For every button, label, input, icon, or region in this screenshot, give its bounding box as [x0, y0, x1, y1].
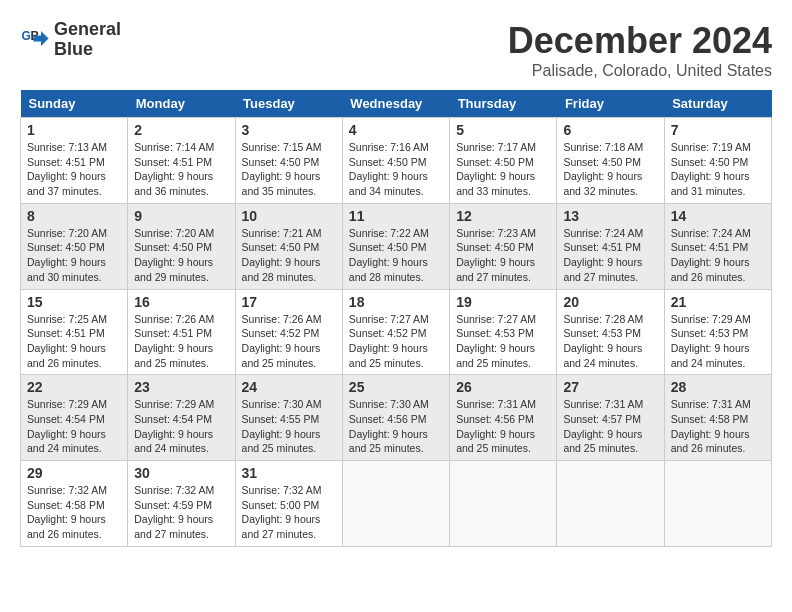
logo-line1: General: [54, 20, 121, 40]
calendar-cell: 10Sunrise: 7:21 AM Sunset: 4:50 PM Dayli…: [235, 203, 342, 289]
calendar-cell: 17Sunrise: 7:26 AM Sunset: 4:52 PM Dayli…: [235, 289, 342, 375]
main-title: December 2024: [508, 20, 772, 62]
day-info: Sunrise: 7:20 AM Sunset: 4:50 PM Dayligh…: [134, 226, 228, 285]
day-number: 20: [563, 294, 657, 310]
day-number: 17: [242, 294, 336, 310]
day-info: Sunrise: 7:24 AM Sunset: 4:51 PM Dayligh…: [563, 226, 657, 285]
day-number: 21: [671, 294, 765, 310]
day-number: 15: [27, 294, 121, 310]
day-number: 9: [134, 208, 228, 224]
weekday-header-thursday: Thursday: [450, 90, 557, 118]
calendar: SundayMondayTuesdayWednesdayThursdayFrid…: [20, 90, 772, 547]
calendar-cell: 18Sunrise: 7:27 AM Sunset: 4:52 PM Dayli…: [342, 289, 449, 375]
day-number: 30: [134, 465, 228, 481]
day-info: Sunrise: 7:26 AM Sunset: 4:51 PM Dayligh…: [134, 312, 228, 371]
day-info: Sunrise: 7:24 AM Sunset: 4:51 PM Dayligh…: [671, 226, 765, 285]
day-number: 2: [134, 122, 228, 138]
calendar-cell: 30Sunrise: 7:32 AM Sunset: 4:59 PM Dayli…: [128, 461, 235, 547]
calendar-cell: 6Sunrise: 7:18 AM Sunset: 4:50 PM Daylig…: [557, 118, 664, 204]
calendar-cell: 13Sunrise: 7:24 AM Sunset: 4:51 PM Dayli…: [557, 203, 664, 289]
calendar-week-1: 1Sunrise: 7:13 AM Sunset: 4:51 PM Daylig…: [21, 118, 772, 204]
weekday-header-sunday: Sunday: [21, 90, 128, 118]
calendar-cell: 15Sunrise: 7:25 AM Sunset: 4:51 PM Dayli…: [21, 289, 128, 375]
day-info: Sunrise: 7:22 AM Sunset: 4:50 PM Dayligh…: [349, 226, 443, 285]
calendar-cell: 3Sunrise: 7:15 AM Sunset: 4:50 PM Daylig…: [235, 118, 342, 204]
subtitle: Palisade, Colorado, United States: [508, 62, 772, 80]
day-number: 12: [456, 208, 550, 224]
day-info: Sunrise: 7:31 AM Sunset: 4:58 PM Dayligh…: [671, 397, 765, 456]
calendar-cell: [450, 461, 557, 547]
calendar-cell: 23Sunrise: 7:29 AM Sunset: 4:54 PM Dayli…: [128, 375, 235, 461]
calendar-cell: 21Sunrise: 7:29 AM Sunset: 4:53 PM Dayli…: [664, 289, 771, 375]
day-number: 3: [242, 122, 336, 138]
day-number: 5: [456, 122, 550, 138]
day-number: 8: [27, 208, 121, 224]
day-number: 16: [134, 294, 228, 310]
calendar-cell: 1Sunrise: 7:13 AM Sunset: 4:51 PM Daylig…: [21, 118, 128, 204]
day-info: Sunrise: 7:27 AM Sunset: 4:52 PM Dayligh…: [349, 312, 443, 371]
day-number: 28: [671, 379, 765, 395]
calendar-cell: [342, 461, 449, 547]
calendar-week-2: 8Sunrise: 7:20 AM Sunset: 4:50 PM Daylig…: [21, 203, 772, 289]
day-info: Sunrise: 7:25 AM Sunset: 4:51 PM Dayligh…: [27, 312, 121, 371]
day-info: Sunrise: 7:26 AM Sunset: 4:52 PM Dayligh…: [242, 312, 336, 371]
page-header: G B General Blue December 2024 Palisade,…: [20, 20, 772, 80]
day-number: 11: [349, 208, 443, 224]
day-number: 24: [242, 379, 336, 395]
calendar-cell: 5Sunrise: 7:17 AM Sunset: 4:50 PM Daylig…: [450, 118, 557, 204]
calendar-cell: 9Sunrise: 7:20 AM Sunset: 4:50 PM Daylig…: [128, 203, 235, 289]
calendar-cell: 11Sunrise: 7:22 AM Sunset: 4:50 PM Dayli…: [342, 203, 449, 289]
calendar-cell: 25Sunrise: 7:30 AM Sunset: 4:56 PM Dayli…: [342, 375, 449, 461]
title-section: December 2024 Palisade, Colorado, United…: [508, 20, 772, 80]
day-number: 10: [242, 208, 336, 224]
day-number: 18: [349, 294, 443, 310]
day-info: Sunrise: 7:32 AM Sunset: 5:00 PM Dayligh…: [242, 483, 336, 542]
day-info: Sunrise: 7:30 AM Sunset: 4:55 PM Dayligh…: [242, 397, 336, 456]
day-number: 31: [242, 465, 336, 481]
logo-icon: G B: [20, 25, 50, 55]
day-number: 6: [563, 122, 657, 138]
svg-text:G: G: [22, 29, 31, 43]
day-info: Sunrise: 7:15 AM Sunset: 4:50 PM Dayligh…: [242, 140, 336, 199]
weekday-header-monday: Monday: [128, 90, 235, 118]
day-info: Sunrise: 7:18 AM Sunset: 4:50 PM Dayligh…: [563, 140, 657, 199]
day-info: Sunrise: 7:16 AM Sunset: 4:50 PM Dayligh…: [349, 140, 443, 199]
day-number: 13: [563, 208, 657, 224]
day-info: Sunrise: 7:21 AM Sunset: 4:50 PM Dayligh…: [242, 226, 336, 285]
calendar-cell: 14Sunrise: 7:24 AM Sunset: 4:51 PM Dayli…: [664, 203, 771, 289]
calendar-cell: 16Sunrise: 7:26 AM Sunset: 4:51 PM Dayli…: [128, 289, 235, 375]
logo: G B General Blue: [20, 20, 121, 60]
day-number: 26: [456, 379, 550, 395]
calendar-cell: 20Sunrise: 7:28 AM Sunset: 4:53 PM Dayli…: [557, 289, 664, 375]
day-info: Sunrise: 7:31 AM Sunset: 4:57 PM Dayligh…: [563, 397, 657, 456]
calendar-week-4: 22Sunrise: 7:29 AM Sunset: 4:54 PM Dayli…: [21, 375, 772, 461]
calendar-cell: 7Sunrise: 7:19 AM Sunset: 4:50 PM Daylig…: [664, 118, 771, 204]
day-info: Sunrise: 7:23 AM Sunset: 4:50 PM Dayligh…: [456, 226, 550, 285]
calendar-cell: 24Sunrise: 7:30 AM Sunset: 4:55 PM Dayli…: [235, 375, 342, 461]
day-info: Sunrise: 7:13 AM Sunset: 4:51 PM Dayligh…: [27, 140, 121, 199]
day-info: Sunrise: 7:29 AM Sunset: 4:54 PM Dayligh…: [27, 397, 121, 456]
calendar-cell: 27Sunrise: 7:31 AM Sunset: 4:57 PM Dayli…: [557, 375, 664, 461]
day-info: Sunrise: 7:29 AM Sunset: 4:53 PM Dayligh…: [671, 312, 765, 371]
weekday-header-tuesday: Tuesday: [235, 90, 342, 118]
day-info: Sunrise: 7:30 AM Sunset: 4:56 PM Dayligh…: [349, 397, 443, 456]
weekday-header-row: SundayMondayTuesdayWednesdayThursdayFrid…: [21, 90, 772, 118]
calendar-cell: [664, 461, 771, 547]
day-info: Sunrise: 7:14 AM Sunset: 4:51 PM Dayligh…: [134, 140, 228, 199]
day-info: Sunrise: 7:28 AM Sunset: 4:53 PM Dayligh…: [563, 312, 657, 371]
day-number: 23: [134, 379, 228, 395]
weekday-header-friday: Friday: [557, 90, 664, 118]
day-info: Sunrise: 7:20 AM Sunset: 4:50 PM Dayligh…: [27, 226, 121, 285]
calendar-cell: 2Sunrise: 7:14 AM Sunset: 4:51 PM Daylig…: [128, 118, 235, 204]
day-info: Sunrise: 7:17 AM Sunset: 4:50 PM Dayligh…: [456, 140, 550, 199]
day-number: 19: [456, 294, 550, 310]
day-info: Sunrise: 7:19 AM Sunset: 4:50 PM Dayligh…: [671, 140, 765, 199]
weekday-header-saturday: Saturday: [664, 90, 771, 118]
day-number: 1: [27, 122, 121, 138]
calendar-cell: 28Sunrise: 7:31 AM Sunset: 4:58 PM Dayli…: [664, 375, 771, 461]
day-number: 25: [349, 379, 443, 395]
calendar-cell: 8Sunrise: 7:20 AM Sunset: 4:50 PM Daylig…: [21, 203, 128, 289]
calendar-cell: 31Sunrise: 7:32 AM Sunset: 5:00 PM Dayli…: [235, 461, 342, 547]
calendar-cell: 4Sunrise: 7:16 AM Sunset: 4:50 PM Daylig…: [342, 118, 449, 204]
day-number: 29: [27, 465, 121, 481]
